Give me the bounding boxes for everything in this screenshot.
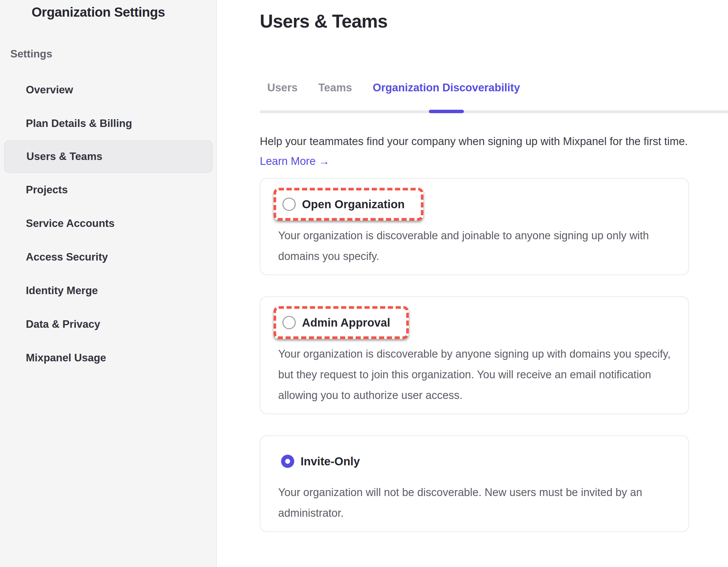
sidebar-item-plan-details-billing[interactable]: Plan Details & Billing [0, 107, 216, 140]
option-description-open-organization: Your organization is discoverable and jo… [278, 225, 671, 266]
radio-open-organization[interactable] [282, 198, 296, 211]
sidebar-item-identity-merge[interactable]: Identity Merge [0, 274, 216, 307]
option-card-invite-only: Invite-Only Your organization will not b… [260, 436, 689, 532]
sidebar-section-label: Settings [10, 48, 216, 60]
tab-bar: Users Teams Organization Discoverability [260, 81, 728, 113]
option-label-open-organization: Open Organization [302, 197, 405, 211]
sidebar-item-service-accounts[interactable]: Service Accounts [0, 206, 216, 240]
sidebar-item-projects[interactable]: Projects [0, 173, 216, 206]
tab-organization-discoverability[interactable]: Organization Discoverability [373, 81, 520, 110]
option-label-invite-only: Invite-Only [301, 454, 360, 468]
radio-invite-only[interactable] [281, 455, 294, 468]
intro-text: Help your teammates find your company wh… [260, 134, 728, 149]
red-annotation-box-open-organization: Open Organization [274, 188, 423, 220]
tab-teams[interactable]: Teams [318, 81, 352, 110]
sidebar-title: Organization Settings [32, 4, 216, 20]
choice-row-invite-only: Invite-Only [278, 445, 671, 477]
sidebar-item-data-privacy[interactable]: Data & Privacy [0, 307, 216, 341]
sidebar-item-mixpanel-usage[interactable]: Mixpanel Usage [0, 341, 216, 375]
option-description-admin-approval: Your organization is discoverable by any… [278, 344, 671, 406]
main-content: Users & Teams Users Teams Organization D… [217, 0, 728, 567]
sidebar-nav: Overview Plan Details & Billing Users & … [0, 73, 216, 375]
option-description-invite-only: Your organization will not be discoverab… [278, 482, 671, 523]
option-card-open-organization: Open Organization Your organization is d… [260, 178, 689, 275]
sidebar-item-users-teams[interactable]: Users & Teams [4, 140, 213, 173]
option-label-admin-approval: Admin Approval [302, 316, 390, 330]
page-title: Users & Teams [260, 10, 728, 32]
tab-users[interactable]: Users [267, 81, 298, 110]
sidebar-item-overview[interactable]: Overview [0, 73, 216, 107]
learn-more-link[interactable]: Learn More → [260, 154, 330, 168]
sidebar: Organization Settings Settings Overview … [0, 0, 217, 567]
option-card-admin-approval: Admin Approval Your organization is disc… [260, 297, 689, 414]
red-annotation-box-admin-approval: Admin Approval [274, 306, 409, 339]
sidebar-item-access-security[interactable]: Access Security [0, 240, 216, 274]
discoverability-options: Open Organization Your organization is d… [260, 178, 728, 532]
radio-admin-approval[interactable] [282, 316, 296, 329]
